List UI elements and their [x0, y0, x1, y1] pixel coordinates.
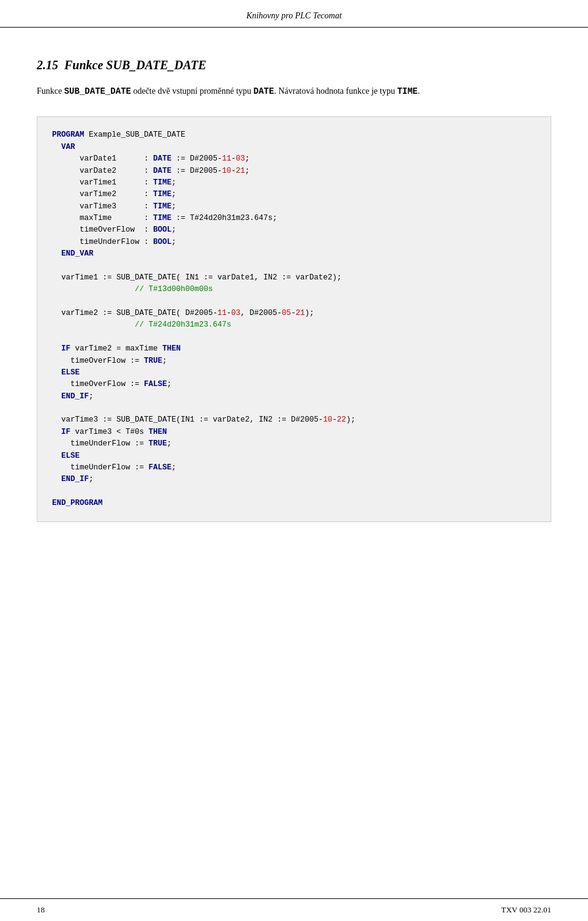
code-block: PROGRAM Example_SUB_DATE_DATE VAR varDat… [37, 116, 551, 522]
page-footer: 18 TXV 003 22.01 [0, 898, 588, 921]
doc-number: TXV 003 22.01 [501, 905, 551, 915]
section-title: 2.15 Funkce SUB_DATE_DATE [37, 58, 551, 72]
page-content: 2.15 Funkce SUB_DATE_DATE Funkce SUB_DAT… [0, 28, 588, 589]
header-title: Knihovny pro PLC Tecomat [246, 11, 342, 20]
page-header: Knihovny pro PLC Tecomat [0, 0, 588, 28]
intro-line1: Funkce SUB_DATE_DATE odečte dvě vstupní … [37, 86, 278, 96]
page-number: 18 [37, 905, 45, 915]
intro-paragraph: Funkce SUB_DATE_DATE odečte dvě vstupní … [37, 85, 551, 98]
